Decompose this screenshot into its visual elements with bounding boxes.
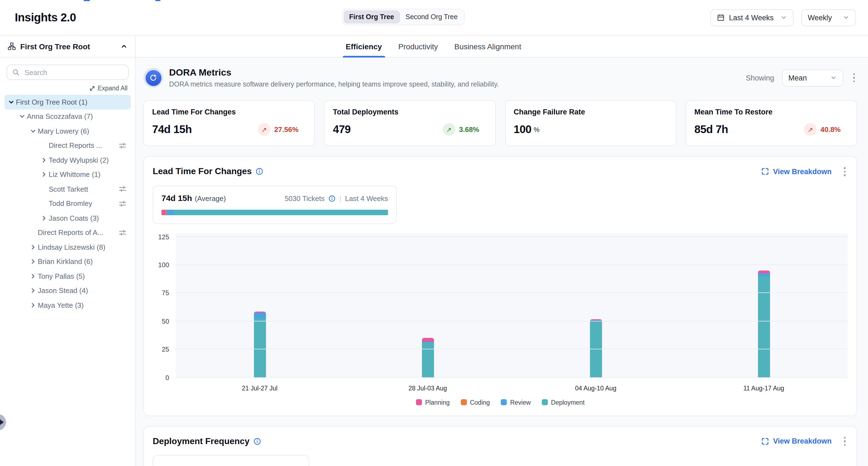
filters-icon[interactable] — [119, 185, 126, 193]
filters-icon[interactable] — [119, 229, 126, 237]
org-tree: First Org Tree Root (1)Anna Scozzafava (… — [0, 95, 135, 312]
info-icon[interactable] — [256, 168, 263, 175]
filters-icon[interactable] — [119, 142, 126, 149]
expand-corners-icon — [762, 168, 769, 175]
card-lead-time: Lead Time For Changes 74d 15h ↗27.56% — [144, 100, 315, 146]
gridline — [176, 377, 848, 378]
tree-item-label: Liz Whittome (1) — [49, 171, 100, 179]
sidebar: First Org Tree Root Expand All First Org… — [0, 36, 136, 466]
chevron-right-icon[interactable] — [28, 243, 38, 252]
legend-swatch — [501, 399, 507, 405]
chevron-right-icon[interactable] — [28, 301, 38, 310]
tree-item[interactable]: Tony Pallas (5) — [4, 269, 131, 283]
tree-item[interactable]: Jason Stead (4) — [4, 283, 131, 298]
stacked-bar[interactable] — [422, 338, 434, 378]
kebab-menu-icon[interactable] — [851, 71, 857, 85]
tree-item[interactable]: Anna Scozzafava (7) — [4, 109, 131, 124]
section-title: Deployment Frequency — [153, 436, 250, 446]
kebab-menu-icon[interactable] — [841, 165, 848, 178]
y-tick-label: 0 — [165, 374, 169, 381]
tree-item-label: First Org Tree Root (1) — [16, 98, 88, 106]
chevron-right-icon[interactable] — [39, 156, 49, 165]
org-tab-second[interactable]: Second Org Tree — [400, 10, 463, 24]
tree-item[interactable]: Liz Whittome (1) — [4, 167, 131, 182]
tab-business-alignment[interactable]: Business Alignment — [454, 36, 521, 57]
chevron-down-icon — [780, 14, 787, 21]
chevron-right-icon[interactable] — [39, 214, 49, 223]
lead-time-panel: Lead Time For Changes View Breakdown — [144, 156, 857, 416]
clipped-link-artifact — [84, 0, 90, 1]
showing-select[interactable]: Mean — [782, 69, 843, 86]
chevron-right-icon[interactable] — [28, 272, 38, 281]
y-tick-label: 100 — [158, 261, 169, 269]
tree-item[interactable]: Teddy Wylupski (2) — [4, 153, 131, 167]
filters-icon[interactable] — [119, 200, 126, 207]
stacked-bar[interactable] — [590, 319, 602, 378]
search-input[interactable] — [24, 68, 123, 77]
card-value: 85d 7h — [694, 123, 728, 136]
main-tabs: Efficiency Productivity Business Alignme… — [136, 36, 868, 58]
chevron-down-icon[interactable] — [28, 127, 38, 136]
tab-productivity[interactable]: Productivity — [398, 36, 438, 57]
legend-swatch — [461, 399, 467, 405]
chevron-down-icon — [843, 14, 849, 21]
chevron-down-icon — [830, 75, 837, 81]
date-range-select[interactable]: Last 4 Weeks — [710, 9, 794, 26]
tree-item[interactable]: Direct Reports of A... — [4, 225, 131, 240]
tree-item[interactable]: Lindsay Liszewski (8) — [4, 240, 131, 254]
legend-label: Planning — [425, 399, 450, 406]
tab-efficiency[interactable]: Efficiency — [346, 36, 382, 57]
tickets-count: 5030 Tickets — [285, 194, 324, 202]
distribution-segment-review — [166, 209, 173, 215]
search-box — [6, 65, 129, 80]
chevron-right-icon[interactable] — [28, 257, 38, 266]
tree-item[interactable]: Brian Kirkland (6) — [4, 254, 131, 269]
expand-all-button[interactable]: Expand All — [0, 85, 127, 91]
stacked-bar[interactable] — [758, 270, 770, 378]
tree-item[interactable]: First Org Tree Root (1) — [4, 95, 131, 109]
dora-icon-ring — [144, 68, 163, 88]
chevron-up-icon[interactable] — [120, 43, 127, 50]
sidebar-header[interactable]: First Org Tree Root — [0, 36, 135, 58]
tree-item[interactable]: Direct Reports ... — [4, 138, 131, 153]
x-tick-label: 28 Jul-03 Aug — [344, 385, 512, 391]
tree-item[interactable]: Scott Tarkett — [4, 182, 131, 196]
bar-segment-planning — [422, 338, 434, 342]
metric-cards: Lead Time For Changes 74d 15h ↗27.56% To… — [144, 100, 857, 146]
kebab-menu-icon[interactable] — [841, 435, 848, 448]
org-tab-first[interactable]: First Org Tree — [344, 10, 400, 24]
gridline — [176, 349, 848, 349]
view-breakdown-link[interactable]: View Breakdown — [762, 437, 832, 445]
chevron-right-icon[interactable] — [28, 286, 38, 295]
chevron-down-icon[interactable] — [18, 112, 27, 121]
tree-item[interactable]: Todd Bromley — [4, 196, 131, 211]
showing-value: Mean — [788, 74, 807, 82]
legend-item[interactable]: Coding — [461, 399, 490, 406]
content-area: DORA Metrics DORA metrics measure softwa… — [136, 58, 868, 466]
card-title: Total Deployments — [333, 108, 487, 116]
tree-item[interactable]: Mary Lowery (6) — [4, 124, 131, 138]
card-unit: % — [534, 126, 539, 133]
legend-label: Deployment — [551, 399, 585, 406]
view-breakdown-link[interactable]: View Breakdown — [762, 168, 832, 176]
info-icon[interactable] — [329, 195, 336, 202]
info-icon[interactable] — [253, 438, 261, 445]
card-mean-time-to-restore: Mean Time To Restore 85d 7h ↗40.8% — [686, 100, 857, 146]
card-value: 100 — [514, 123, 531, 136]
lead-time-title-row: Lead Time For Changes — [153, 167, 263, 177]
granularity-select[interactable]: Weekly — [801, 9, 856, 26]
chevron-right-icon[interactable] — [39, 170, 49, 179]
card-value: 479 — [333, 123, 351, 136]
card-title: Mean Time To Restore — [694, 108, 848, 116]
tree-item[interactable]: Jason Coats (3) — [4, 211, 131, 225]
stacked-bar[interactable] — [254, 312, 266, 378]
chevron-placeholder — [39, 141, 49, 150]
tree-item[interactable]: Maya Yette (3) — [4, 298, 131, 312]
chevron-down-icon[interactable] — [6, 98, 16, 107]
legend-label: Coding — [470, 399, 490, 406]
legend-item[interactable]: Deployment — [542, 399, 585, 406]
legend-item[interactable]: Review — [501, 399, 531, 406]
x-tick-label: 04 Aug-10 Aug — [512, 385, 680, 391]
legend-item[interactable]: Planning — [416, 399, 450, 406]
section-title: Lead Time For Changes — [153, 167, 252, 177]
